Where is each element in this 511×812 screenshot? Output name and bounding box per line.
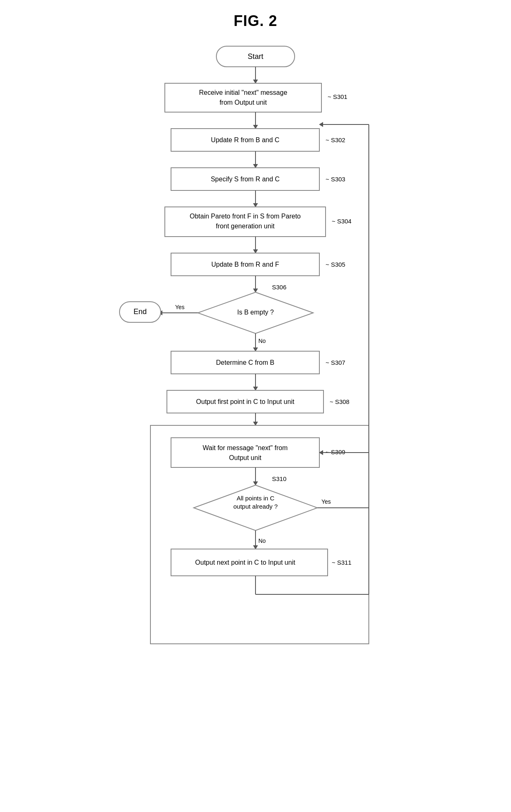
svg-text:~ S311: ~ S311	[332, 559, 352, 566]
svg-text:No: No	[258, 338, 266, 344]
svg-text:Yes: Yes	[175, 304, 185, 310]
page: FIG. 2 Start Receive initial "next" mess…	[0, 0, 511, 812]
svg-text:S306: S306	[272, 284, 286, 291]
svg-text:Specify S from R and C: Specify S from R and C	[211, 176, 279, 183]
svg-text:~ S307: ~ S307	[326, 359, 345, 366]
svg-text:~ S301: ~ S301	[328, 93, 347, 100]
svg-rect-53	[171, 438, 319, 467]
svg-text:output already ?: output already ?	[233, 503, 278, 510]
svg-text:~ S304: ~ S304	[332, 218, 352, 225]
svg-text:~ S302: ~ S302	[326, 136, 345, 143]
svg-text:Update B from R and F: Update B from R and F	[211, 261, 279, 268]
svg-text:Update R from B and C: Update R from B and C	[211, 136, 279, 143]
svg-text:~ S305: ~ S305	[326, 261, 345, 268]
svg-text:Output unit: Output unit	[229, 454, 262, 461]
svg-text:~ S309: ~ S309	[326, 448, 345, 455]
svg-text:Output first point in C to Inp: Output first point in C to Input unit	[196, 398, 295, 405]
svg-text:All points in C: All points in C	[237, 495, 274, 502]
svg-text:front generation unit: front generation unit	[216, 223, 275, 230]
svg-text:~ S303: ~ S303	[326, 176, 345, 183]
svg-text:S310: S310	[272, 475, 286, 482]
svg-text:Yes: Yes	[321, 498, 331, 505]
svg-text:from Output unit: from Output unit	[220, 99, 267, 106]
svg-marker-67	[319, 122, 323, 127]
fig-title: FIG. 2	[234, 12, 277, 30]
svg-text:End: End	[134, 307, 147, 316]
svg-rect-20	[165, 207, 326, 237]
svg-text:Output next point in C to Inpu: Output next point in C to Input unit	[195, 559, 295, 566]
svg-rect-4	[165, 83, 321, 112]
svg-text:Start: Start	[248, 52, 263, 61]
svg-text:Is B empty ?: Is B empty ?	[237, 309, 274, 316]
svg-text:Determine C from B: Determine C from B	[216, 359, 274, 366]
svg-text:No: No	[258, 537, 266, 544]
svg-text:~ S308: ~ S308	[330, 398, 349, 405]
svg-text:Receive initial "next" message: Receive initial "next" message	[199, 89, 287, 96]
svg-text:Wait for message "next" from: Wait for message "next" from	[203, 444, 288, 451]
svg-text:Obtain Pareto front F in S fro: Obtain Pareto front F in S from Pareto	[190, 213, 301, 220]
